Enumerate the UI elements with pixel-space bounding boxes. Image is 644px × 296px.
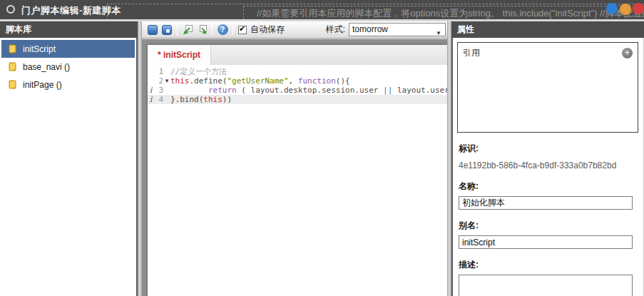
fold-arrow-icon[interactable]: ▾ <box>163 76 170 86</box>
name-label: 名称: <box>459 180 637 193</box>
line-number: 3 <box>154 86 163 95</box>
plus-icon: + <box>625 48 630 58</box>
toolbar-separator <box>212 24 213 36</box>
script-library-item[interactable]: initPage () <box>1 76 135 93</box>
code-editor: * initScript 1//定义一个方法2▾this.define("get… <box>148 45 447 296</box>
lint-warning-icon: i <box>148 95 154 104</box>
gutter-spacer <box>148 67 154 76</box>
blue-dot-icon[interactable] <box>606 3 618 14</box>
line-number: 1 <box>154 67 163 76</box>
identifier-field: 标识: 4e1192bb-586b-4fca-b9df-333a0b7b82bd <box>457 143 638 170</box>
code-text: }.bind(this)) <box>170 95 232 104</box>
export-script-button[interactable] <box>195 23 209 37</box>
script-library-item[interactable]: initScript <box>1 40 135 58</box>
alias-label: 别名: <box>459 220 637 232</box>
description-textarea[interactable] <box>459 275 633 296</box>
name-input[interactable] <box>459 196 633 210</box>
gutter-spacer <box>148 76 154 86</box>
alias-input[interactable] <box>459 235 633 249</box>
save-button[interactable] <box>145 23 160 37</box>
gutter-spacer <box>163 67 170 76</box>
help-icon: ? <box>218 24 228 35</box>
orange-dot-icon[interactable] <box>620 4 631 15</box>
gutter: i3 <box>148 86 170 95</box>
app-icon <box>6 5 15 14</box>
editor-toolbar: ? 自动保存 样式: tomorrow ▼ <box>142 21 447 39</box>
gutter-spacer <box>163 95 170 104</box>
toolbar-separator <box>232 24 233 36</box>
reference-box: 引用 + <box>457 42 638 133</box>
page-title: 门户脚本编辑-新建脚本 <box>21 4 121 17</box>
properties-body: 引用 + 标识: 4e1192bb-586b-4fca-b9df-333a0b7… <box>451 38 644 296</box>
autosave-label: 自动保存 <box>250 24 285 36</box>
chevron-down-icon: ▼ <box>436 27 441 39</box>
script-scroll-icon <box>7 61 18 72</box>
script-library-panel: 脚本库 initScriptbase_navi ()initPage () <box>0 21 138 296</box>
script-scroll-icon <box>7 44 18 54</box>
gutter: i4 <box>148 95 170 104</box>
code-lines[interactable]: 1//定义一个方法2▾this.define("getUserName", fu… <box>148 65 447 296</box>
script-hint-text: //如果需要引用本应用的脚本配置，将options设置为string。 this… <box>257 7 644 19</box>
help-button[interactable]: ? <box>215 23 230 37</box>
line-number: 2 <box>154 76 163 86</box>
properties-panel: 属性 引用 + 标识: 4e1192bb-586b-4fca-b9df-333a… <box>451 21 644 296</box>
toolbar-separator <box>177 24 178 36</box>
import-icon <box>182 24 193 36</box>
identifier-value: 4e1192bb-586b-4fca-b9df-333a0b7b82bd <box>459 160 637 170</box>
lint-warning-icon: i <box>148 86 154 95</box>
style-select-value: tomorrow <box>352 24 388 34</box>
code-text: this.define("getUserName", function(){ <box>170 76 350 86</box>
tab-initscript[interactable]: * initScript <box>148 45 211 65</box>
script-library-item[interactable]: base_navi () <box>1 58 135 76</box>
save-icon <box>148 25 158 35</box>
name-field: 名称: <box>457 180 638 210</box>
code-line[interactable]: 2▾this.define("getUserName", function(){ <box>148 76 447 86</box>
editor-panel: ? 自动保存 样式: tomorrow ▼ * initScript 1//定义… <box>142 21 447 296</box>
alias-field: 别名: <box>457 220 638 249</box>
line-number: 4 <box>154 95 163 104</box>
save-as-button[interactable] <box>160 23 174 37</box>
script-item-label: base_navi () <box>23 62 70 72</box>
import-script-button[interactable] <box>180 23 195 37</box>
autosave-checkbox[interactable] <box>238 26 247 34</box>
title-bar: 门户脚本编辑-新建脚本 //如果需要引用本应用的脚本配置，将options设置为… <box>0 0 644 19</box>
style-select[interactable]: tomorrow ▼ <box>349 23 446 36</box>
export-icon <box>196 24 208 36</box>
style-label: 样式: <box>326 24 345 36</box>
gutter: 2▾ <box>148 76 170 86</box>
editor-tabstrip: * initScript <box>148 45 447 65</box>
script-scroll-icon <box>7 79 18 90</box>
gutter: 1 <box>148 67 170 76</box>
identifier-label: 标识: <box>459 143 637 155</box>
reference-label: 引用 <box>463 47 480 59</box>
gutter-spacer <box>163 86 170 95</box>
style-group: 样式: tomorrow ▼ <box>326 23 447 36</box>
code-line[interactable]: i4}.bind(this)) <box>148 95 447 104</box>
code-line[interactable]: i3 return ( layout.desktop.session.user … <box>148 86 447 95</box>
script-library-list: initScriptbase_navi ()initPage () <box>0 38 138 296</box>
script-item-label: initScript <box>23 44 56 54</box>
script-library-header: 脚本库 <box>0 21 138 38</box>
save-as-icon <box>162 25 172 35</box>
code-text: return ( layout.desktop.session.user || … <box>170 86 447 95</box>
editor-backdrop: * initScript 1//定义一个方法2▾this.define("get… <box>142 39 447 296</box>
properties-header: 属性 <box>451 21 644 38</box>
script-item-label: initPage () <box>23 80 62 90</box>
description-label: 描述: <box>459 259 637 271</box>
description-field: 描述: <box>457 259 638 296</box>
add-reference-button[interactable]: + <box>622 48 633 58</box>
code-line[interactable]: 1//定义一个方法 <box>148 67 447 76</box>
red-dot-icon[interactable] <box>633 3 644 14</box>
code-text: //定义一个方法 <box>170 67 227 76</box>
